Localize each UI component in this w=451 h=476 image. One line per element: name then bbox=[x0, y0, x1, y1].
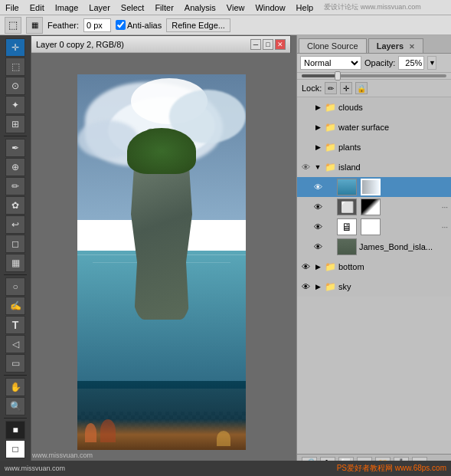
folder-icon-bottom: 📁 bbox=[325, 261, 336, 272]
menu-window[interactable]: Window bbox=[250, 2, 290, 14]
pen-tool[interactable]: ✍ bbox=[5, 297, 25, 315]
expand-icon-sky[interactable]: ▶ bbox=[313, 282, 322, 291]
lock-pixels-button[interactable]: ✏ bbox=[325, 82, 337, 94]
crop-tool[interactable]: ⊞ bbox=[5, 115, 25, 133]
menu-layer[interactable]: Layer bbox=[83, 2, 116, 14]
layer-row-plants[interactable]: ▶ 📁 plants bbox=[297, 137, 451, 157]
heal-tool[interactable]: ⊕ bbox=[5, 158, 25, 176]
path-tool[interactable]: ◁ bbox=[5, 335, 25, 353]
eye-icon-water-surface[interactable] bbox=[300, 122, 311, 133]
eye-icon-plants[interactable] bbox=[300, 142, 311, 153]
opacity-dropdown-arrow[interactable]: ▼ bbox=[427, 56, 436, 70]
history-brush-tool[interactable]: ↩ bbox=[5, 215, 25, 234]
lock-position-button[interactable]: ✛ bbox=[340, 82, 352, 94]
eye-icon-bottom[interactable]: 👁 bbox=[300, 261, 311, 272]
eye-icon-sky[interactable]: 👁 bbox=[300, 281, 311, 292]
antialias-label[interactable]: Anti-alias bbox=[116, 20, 162, 30]
lasso-tool[interactable]: ⊙ bbox=[5, 77, 25, 95]
menu-file[interactable]: File bbox=[0, 2, 25, 14]
menu-filter[interactable]: Filter bbox=[149, 2, 178, 14]
layer-name-sky: sky bbox=[338, 282, 448, 291]
close-button[interactable]: ✕ bbox=[275, 39, 286, 50]
eye-icon-james-bond[interactable]: 👁 bbox=[312, 241, 323, 252]
quick-select-tool[interactable]: ✦ bbox=[5, 96, 25, 114]
layer-thumb-james-bond bbox=[337, 238, 357, 255]
eyedropper-tool[interactable]: ✒ bbox=[5, 139, 25, 157]
feather-input[interactable] bbox=[83, 18, 111, 32]
watermark-canvas: www.missvuan.com bbox=[32, 451, 93, 459]
expand-icon-bottom[interactable]: ▶ bbox=[313, 262, 322, 271]
foreground-color[interactable]: ■ bbox=[5, 421, 25, 439]
expand-icon-plants[interactable]: ▶ bbox=[313, 143, 322, 152]
opacity-slider-thumb[interactable] bbox=[335, 71, 341, 80]
layer-row-island-img[interactable]: 👁 bbox=[297, 177, 451, 197]
eye-icon-island-adj2[interactable]: 👁 bbox=[312, 222, 323, 232]
options-bar: ⬚ ▦ Feather: Anti-alias Refine Edge... bbox=[0, 15, 451, 35]
shape-tool[interactable]: ▭ bbox=[5, 354, 25, 373]
underwater-layer bbox=[77, 381, 246, 450]
canvas-area[interactable] bbox=[31, 53, 292, 471]
ps-brand: PS爱好者教程网 www.68ps.com bbox=[296, 461, 451, 476]
eye-icon-island-adj1[interactable]: 👁 bbox=[312, 202, 323, 212]
minimize-button[interactable]: ─ bbox=[250, 39, 261, 50]
lock-row: Lock: ✏ ✛ 🔒 bbox=[297, 80, 451, 97]
opacity-input[interactable] bbox=[398, 56, 424, 70]
layer-row-water-surface[interactable]: ▶ 📁 water surface bbox=[297, 117, 451, 137]
layer-name-island: island bbox=[338, 162, 448, 172]
layer-row-island-adj2[interactable]: 👁 🖥 ··· bbox=[297, 217, 451, 237]
layer-options-adj2[interactable]: ··· bbox=[442, 223, 448, 231]
eye-icon-island-img[interactable]: 👁 bbox=[312, 182, 323, 192]
layer-name-james-bond: James_Bond_isla... bbox=[359, 242, 448, 251]
spacer-james-bond bbox=[325, 242, 335, 251]
marquee-tool[interactable]: ⬚ bbox=[5, 57, 25, 76]
background-color[interactable]: □ bbox=[5, 440, 25, 458]
expand-icon-water-surface[interactable]: ▶ bbox=[313, 123, 322, 132]
menu-edit[interactable]: Edit bbox=[25, 2, 50, 14]
menu-image[interactable]: Image bbox=[50, 2, 84, 14]
layer-row-james-bond[interactable]: 👁 James_Bond_isla... bbox=[297, 237, 451, 257]
tab-close-icon[interactable]: ✕ bbox=[409, 43, 415, 51]
spacer-island-adj1 bbox=[325, 202, 335, 212]
antialias-checkbox[interactable] bbox=[116, 20, 126, 30]
hand-tool[interactable]: ✋ bbox=[5, 378, 25, 396]
expand-icon-island[interactable]: ▼ bbox=[313, 162, 322, 172]
tab-clone-source[interactable]: Clone Source bbox=[299, 38, 367, 53]
maximize-button[interactable]: □ bbox=[263, 39, 273, 50]
layer-name-clouds: clouds bbox=[338, 103, 448, 112]
zoom-tool[interactable]: 🔍 bbox=[5, 397, 25, 415]
layer-row-island[interactable]: 👁 ▼ 📁 island bbox=[297, 157, 451, 177]
select-mode-icon[interactable]: ▦ bbox=[26, 17, 43, 34]
gradient-tool[interactable]: ▦ bbox=[5, 254, 25, 272]
menu-view[interactable]: View bbox=[221, 2, 250, 14]
layer-thumb-island-adj2: 🖥 bbox=[337, 218, 357, 235]
menu-analysis[interactable]: Analysis bbox=[179, 2, 221, 14]
expand-icon-clouds[interactable]: ▶ bbox=[313, 103, 322, 112]
opacity-slider-track[interactable] bbox=[302, 74, 446, 77]
menu-help[interactable]: Help bbox=[291, 2, 319, 14]
refine-edge-button[interactable]: Refine Edge... bbox=[166, 18, 230, 32]
toolbar-separator-4 bbox=[4, 418, 27, 419]
clone-stamp-tool[interactable]: ✿ bbox=[5, 196, 25, 215]
layer-row-sky[interactable]: 👁 ▶ 📁 sky bbox=[297, 277, 451, 297]
eraser-tool[interactable]: ◻ bbox=[5, 235, 25, 253]
layer-row-island-adj1[interactable]: 👁 ⬜ ··· bbox=[297, 197, 451, 217]
layer-row-clouds[interactable]: ▶ 📁 clouds bbox=[297, 97, 451, 117]
text-tool[interactable]: T bbox=[5, 316, 25, 334]
tab-layers[interactable]: Layers ✕ bbox=[368, 38, 424, 53]
blend-mode-select[interactable]: Normal bbox=[300, 56, 361, 70]
eye-icon-island[interactable]: 👁 bbox=[300, 162, 311, 172]
layer-row-bottom[interactable]: 👁 ▶ 📁 bottom bbox=[297, 257, 451, 277]
move-tool[interactable]: ✛ bbox=[5, 38, 25, 57]
menu-site: 爱设计论坛 www.missvuan.com bbox=[319, 1, 426, 14]
dodge-tool[interactable]: ○ bbox=[5, 277, 25, 296]
layer-name-bottom: bottom bbox=[338, 262, 448, 271]
menu-select[interactable]: Select bbox=[116, 2, 150, 14]
lock-all-button[interactable]: 🔒 bbox=[355, 82, 368, 94]
eye-icon-clouds[interactable] bbox=[300, 102, 311, 113]
panel-tabs: Clone Source Layers ✕ bbox=[297, 35, 451, 54]
menu-bar: File Edit Image Layer Select Filter Anal… bbox=[0, 0, 451, 15]
canvas-title: Layer 0 copy 2, RGB/8) bbox=[36, 40, 124, 49]
layer-options-adj1[interactable]: ··· bbox=[442, 203, 448, 212]
select-tool-icon[interactable]: ⬚ bbox=[5, 17, 21, 34]
brush-tool[interactable]: ✏ bbox=[5, 177, 25, 195]
